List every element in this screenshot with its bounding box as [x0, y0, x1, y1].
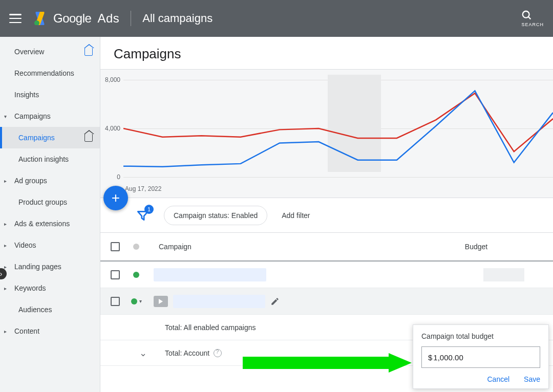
video-campaign-icon — [154, 296, 168, 307]
sidebar-item-overview[interactable]: Overview — [0, 41, 100, 62]
table-header: Campaign Budget — [100, 233, 553, 262]
svg-line-2 — [528, 17, 531, 19]
save-button[interactable]: Save — [524, 375, 540, 383]
table-row[interactable]: ▾ — [100, 288, 553, 315]
performance-chart[interactable]: 04,0008,000 Aug 17, 2022 — [100, 70, 553, 198]
chevron-right-icon: ▸ — [4, 178, 12, 184]
sidebar-item-campaigns-parent[interactable]: ▾Campaigns — [0, 105, 100, 127]
column-budget[interactable]: Budget — [410, 243, 543, 251]
sidebar-item-content[interactable]: ▸Content — [0, 320, 100, 342]
sidebar-item-insights[interactable]: Insights — [0, 84, 100, 105]
google-ads-logo-icon — [33, 12, 47, 25]
budget-edit-popup: Campaign total budget $ 1,000.00 Cancel … — [413, 324, 549, 389]
filter-funnel-button[interactable]: 1 — [136, 209, 150, 222]
cancel-button[interactable]: Cancel — [487, 375, 509, 383]
status-dot-icon — [133, 244, 139, 250]
header-scope-title[interactable]: All campaigns — [142, 12, 212, 25]
chevron-right-icon: ▸ — [4, 329, 12, 334]
plus-icon: + — [112, 190, 120, 206]
chevron-right-icon: ▸ — [4, 286, 12, 291]
filter-bar: + 1 Campaign status: Enabled Add filter — [100, 198, 553, 233]
search-icon — [521, 10, 544, 21]
sidebar-item-ads-extensions[interactable]: ▸Ads & extensions — [0, 213, 100, 234]
campaign-name-redacted[interactable] — [173, 295, 265, 308]
sidebar-item-keywords[interactable]: ▸Keywords — [0, 277, 100, 299]
sidebar-item-product-groups[interactable]: Product groups — [0, 191, 100, 213]
table-row[interactable] — [100, 262, 553, 288]
sidebar-item-auction-insights[interactable]: Auction insights — [0, 148, 100, 170]
sidebar: › Overview Recommendations Insights ▾Cam… — [0, 37, 100, 392]
chevron-right-icon: ▸ — [4, 221, 12, 227]
column-campaign[interactable]: Campaign — [146, 243, 410, 251]
budget-value-redacted[interactable] — [483, 268, 524, 281]
row-checkbox[interactable] — [111, 270, 120, 279]
chevron-right-icon: ▸ — [4, 264, 12, 270]
add-filter-button[interactable]: Add filter — [282, 211, 310, 220]
row-checkbox[interactable] — [111, 297, 120, 306]
home-icon — [84, 48, 93, 56]
status-enabled-icon[interactable] — [131, 298, 137, 304]
help-icon[interactable] — [214, 349, 222, 357]
campaign-name-redacted[interactable] — [154, 268, 266, 281]
sidebar-item-videos[interactable]: ▸Videos — [0, 234, 100, 256]
popup-title: Campaign total budget — [421, 332, 540, 340]
status-filter-chip[interactable]: Campaign status: Enabled — [164, 206, 267, 225]
sidebar-item-audiences[interactable]: Audiences — [0, 299, 100, 320]
sidebar-item-landing-pages[interactable]: ▸Landing pages — [0, 256, 100, 277]
svg-point-1 — [523, 11, 529, 18]
brand-text-google: Google — [53, 11, 91, 26]
sidebar-item-recommendations[interactable]: Recommendations — [0, 62, 100, 84]
sidebar-item-ad-groups[interactable]: ▸Ad groups — [0, 170, 100, 191]
chevron-down-icon: ▾ — [4, 114, 12, 119]
edit-icon[interactable] — [270, 297, 280, 306]
app-header: Google Ads All campaigns SEARCH — [0, 0, 553, 37]
search-label: SEARCH — [521, 22, 544, 27]
expand-icon[interactable]: ⌄ — [139, 347, 152, 359]
add-campaign-fab[interactable]: + — [103, 186, 128, 210]
hamburger-menu-icon[interactable] — [9, 12, 22, 25]
home-icon — [84, 134, 93, 142]
filter-count-badge: 1 — [144, 205, 154, 214]
search-button[interactable]: SEARCH — [521, 10, 544, 27]
budget-input[interactable]: $ 1,000.00 — [421, 346, 540, 368]
page-title: Campaigns — [100, 37, 553, 70]
chart-x-start-label: Aug 17, 2022 — [100, 182, 553, 198]
brand-text-ads: Ads — [97, 11, 119, 26]
status-enabled-icon[interactable] — [133, 272, 139, 278]
chevron-right-icon: ▸ — [4, 243, 12, 248]
header-divider — [131, 11, 131, 26]
select-all-checkbox[interactable] — [111, 242, 120, 251]
sidebar-item-campaigns[interactable]: Campaigns — [0, 127, 100, 148]
brand-logo: Google Ads — [33, 11, 119, 26]
chevron-down-icon[interactable]: ▾ — [139, 298, 142, 304]
